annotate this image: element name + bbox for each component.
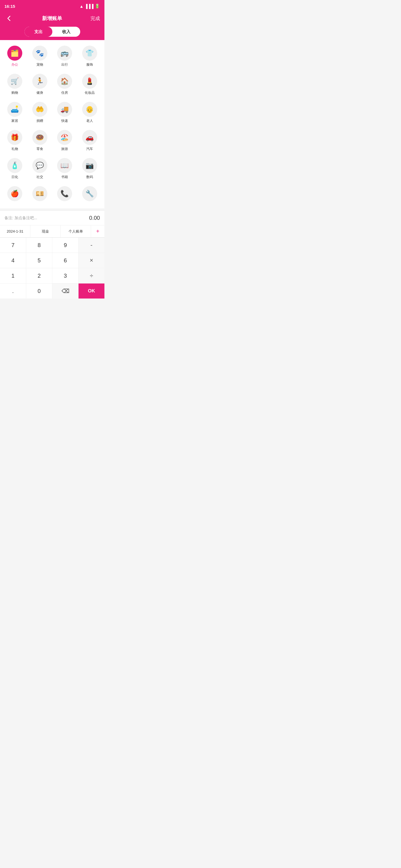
furniture-label: 家居	[11, 119, 18, 123]
gift-label: 礼物	[11, 147, 18, 151]
snack-icon: 🍩	[32, 130, 47, 145]
signal-icon: ▐▐▐	[85, 4, 93, 9]
dailycare-label: 日化	[11, 175, 18, 180]
category-item-snack[interactable]: 🍩零食	[27, 128, 52, 154]
travel-icon: 🚌	[57, 45, 72, 61]
car-icon: 🚗	[82, 130, 97, 145]
clothing-label: 服饰	[86, 62, 93, 67]
category-item-office[interactable]: 🗂️办公	[2, 43, 27, 69]
travel-label: 出行	[61, 62, 68, 67]
category-item-tourism[interactable]: 🏖️旅游	[52, 128, 78, 154]
battery-icon: 🔋	[95, 4, 100, 9]
tab-expense[interactable]: 支出	[25, 27, 52, 37]
furniture-icon: 🛋️	[7, 102, 22, 117]
key-9[interactable]: 9	[52, 238, 78, 253]
fitness-label: 健身	[36, 90, 43, 95]
car-label: 汽车	[86, 147, 93, 151]
food-icon: 🍎	[7, 186, 22, 201]
fitness-icon: 🏃	[32, 74, 47, 89]
key-minus[interactable]: -	[79, 238, 105, 253]
key-7[interactable]: 7	[0, 238, 26, 253]
status-icons: ▲ ▐▐▐ 🔋	[79, 4, 100, 9]
key-3[interactable]: 3	[52, 268, 78, 283]
category-item-phone[interactable]: 📞	[52, 184, 78, 205]
category-item-donation[interactable]: 🤲捐赠	[27, 100, 52, 125]
finance-icon: 💴	[32, 186, 47, 201]
category-item-fitness[interactable]: 🏃健身	[27, 71, 52, 97]
tab-switcher: 支出 收入	[0, 25, 105, 40]
donation-label: 捐赠	[36, 119, 43, 123]
key-6[interactable]: 6	[52, 253, 78, 268]
category-item-elderly[interactable]: 👴老人	[77, 100, 102, 125]
category-item-food[interactable]: 🍎	[2, 184, 27, 205]
digital-label: 数码	[86, 175, 93, 180]
donation-icon: 🤲	[32, 102, 47, 117]
key-multiply[interactable]: ×	[79, 253, 105, 268]
phone-icon: 📞	[57, 186, 72, 201]
category-item-dailycare[interactable]: 🧴日化	[2, 156, 27, 182]
social-icon: 💬	[32, 158, 47, 173]
key-0[interactable]: 0	[26, 283, 52, 299]
key-4[interactable]: 4	[0, 253, 26, 268]
shopping-icon: 🛒	[7, 74, 22, 89]
add-tag-button[interactable]: +	[91, 225, 105, 237]
key-divide[interactable]: ÷	[79, 268, 105, 283]
category-item-shopping[interactable]: 🛒购物	[2, 71, 27, 97]
category-item-travel[interactable]: 🚌出行	[52, 43, 78, 69]
express-icon: 🚚	[57, 102, 72, 117]
category-item-gift[interactable]: 🎁礼物	[2, 128, 27, 154]
cosmetics-label: 化妆品	[85, 90, 95, 95]
key-1[interactable]: 1	[0, 268, 26, 283]
back-button[interactable]	[4, 14, 13, 23]
amount-display: 0.00	[89, 215, 100, 221]
office-label: 办公	[11, 62, 18, 67]
shopping-label: 购物	[11, 90, 18, 95]
office-icon: 🗂️	[7, 45, 22, 61]
category-item-books[interactable]: 📖书籍	[52, 156, 78, 182]
category-item-housing[interactable]: 🏠住房	[52, 71, 78, 97]
wifi-icon: ▲	[79, 4, 84, 9]
category-item-furniture[interactable]: 🛋️家居	[2, 100, 27, 125]
express-label: 快递	[61, 119, 68, 123]
category-item-express[interactable]: 🚚快递	[52, 100, 78, 125]
category-item-digital[interactable]: 📷数码	[77, 156, 102, 182]
status-bar: 16:15 ▲ ▐▐▐ 🔋	[0, 0, 105, 12]
books-label: 书籍	[61, 175, 68, 180]
info-row: 2024-1-31 现金 个人账单 +	[0, 225, 105, 237]
category-grid: 🗂️办公🐾宠物🚌出行👕服饰🛒购物🏃健身🏠住房💄化妆品🛋️家居🤲捐赠🚚快递👴老人🎁…	[0, 40, 105, 208]
elderly-label: 老人	[86, 119, 93, 123]
clothing-icon: 👕	[82, 45, 97, 61]
tourism-label: 旅游	[61, 147, 68, 151]
tab-container: 支出 收入	[25, 27, 80, 37]
payment-cell[interactable]: 现金	[30, 225, 61, 237]
key-backspace[interactable]: ⌫	[52, 283, 78, 299]
key-5[interactable]: 5	[26, 253, 52, 268]
gift-icon: 🎁	[7, 130, 22, 145]
category-item-pet[interactable]: 🐾宠物	[27, 43, 52, 69]
numpad: 789-456×123÷.0⌫OK	[0, 237, 105, 299]
category-item-car[interactable]: 🚗汽车	[77, 128, 102, 154]
memo-placeholder[interactable]: 备注: 加点备注吧...	[4, 216, 37, 221]
key-ok[interactable]: OK	[79, 283, 105, 299]
pet-label: 宠物	[36, 62, 43, 67]
housing-label: 住房	[61, 90, 68, 95]
key-dot[interactable]: .	[0, 283, 26, 299]
category-item-cosmetics[interactable]: 💄化妆品	[77, 71, 102, 97]
nav-bar: 新增账单 完成	[0, 12, 105, 25]
done-button[interactable]: 完成	[90, 15, 100, 22]
category-item-social[interactable]: 💬社交	[27, 156, 52, 182]
category-item-clothing[interactable]: 👕服饰	[77, 43, 102, 69]
social-label: 社交	[36, 175, 43, 180]
category-item-finance[interactable]: 💴	[27, 184, 52, 205]
pet-icon: 🐾	[32, 45, 47, 61]
tab-income[interactable]: 收入	[52, 27, 80, 37]
date-cell[interactable]: 2024-1-31	[0, 225, 30, 237]
dailycare-icon: 🧴	[7, 158, 22, 173]
tourism-icon: 🏖️	[57, 130, 72, 145]
account-cell[interactable]: 个人账单	[61, 225, 91, 237]
category-item-tools[interactable]: 🔧	[77, 184, 102, 205]
key-8[interactable]: 8	[26, 238, 52, 253]
cosmetics-icon: 💄	[82, 74, 97, 89]
key-2[interactable]: 2	[26, 268, 52, 283]
tools-icon: 🔧	[82, 186, 97, 201]
